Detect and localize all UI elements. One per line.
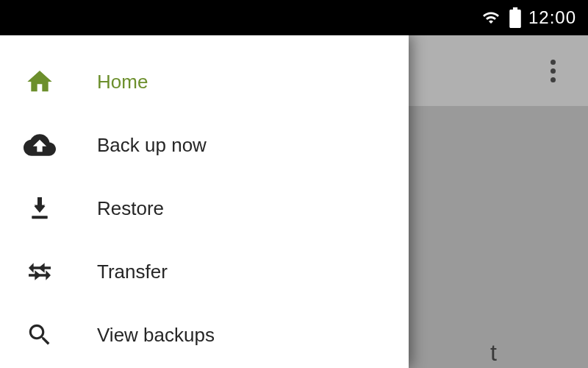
- drawer-item-restore[interactable]: Restore: [0, 177, 409, 240]
- search-icon: [22, 321, 57, 349]
- drawer-item-label: Restore: [97, 197, 164, 220]
- background-partial-text: t: [490, 339, 497, 367]
- more-vert-icon: [551, 60, 556, 82]
- drawer-item-label: Transfer: [97, 261, 168, 283]
- battery-icon: [509, 7, 521, 28]
- transfer-icon: [22, 257, 57, 286]
- wifi-icon: [480, 9, 502, 26]
- status-bar-clock: 12:00: [528, 7, 576, 28]
- drawer-item-label: View backups: [97, 324, 215, 347]
- drawer-item-home[interactable]: Home: [0, 50, 409, 113]
- cloud-upload-icon: [22, 129, 57, 161]
- drawer-item-label: Home: [97, 71, 148, 93]
- home-icon: [22, 67, 57, 96]
- navigation-drawer: Home Back up now Restore Transfer View b: [0, 35, 409, 368]
- drawer-item-label: Back up now: [97, 134, 207, 157]
- drawer-item-backup-now[interactable]: Back up now: [0, 113, 409, 177]
- download-icon: [22, 195, 57, 222]
- content-area: t Home Back up now Restore Transfer: [0, 35, 588, 368]
- drawer-item-view-backups[interactable]: View backups: [0, 303, 409, 367]
- drawer-item-transfer[interactable]: Transfer: [0, 240, 409, 303]
- status-bar: 12:00: [0, 0, 588, 35]
- overflow-menu-button[interactable]: [535, 53, 570, 88]
